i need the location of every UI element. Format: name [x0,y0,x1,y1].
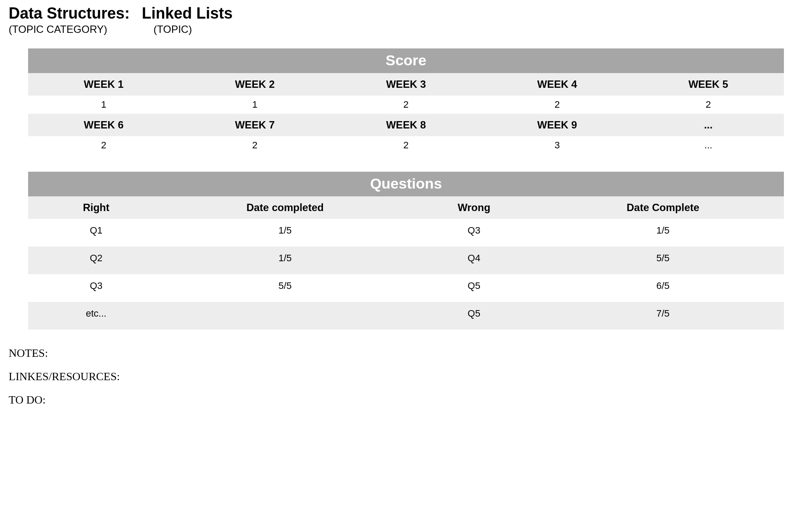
question-right: Q2 [28,247,164,274]
week-header: WEEK 5 [633,73,784,96]
question-date-wrong: 1/5 [542,219,784,247]
week-header: WEEK 7 [179,114,331,136]
score-value: 2 [179,136,331,154]
links-resources-label: LINKES/RESOURCES: [9,370,803,383]
question-date-wrong: 7/5 [542,302,784,330]
week-header: WEEK 4 [482,73,633,96]
score-weeks-row-1: WEEK 1 WEEK 2 WEEK 3 WEEK 4 WEEK 5 [28,73,784,96]
question-right: etc... [28,302,164,330]
score-weeks-row-2: WEEK 6 WEEK 7 WEEK 8 WEEK 9 ... [28,114,784,136]
question-date-right: 1/5 [164,247,406,274]
question-date-right: 1/5 [164,219,406,247]
question-right: Q1 [28,219,164,247]
week-header: WEEK 1 [28,73,179,96]
score-value: ... [633,136,784,154]
week-header: WEEK 6 [28,114,179,136]
question-row: etc... Q5 7/5 [28,302,784,330]
question-row: Q3 5/5 Q5 6/5 [28,274,784,302]
todo-label: TO DO: [9,394,803,407]
topic-title: Linked Lists [142,4,233,22]
week-header: ... [633,114,784,136]
question-date-wrong: 5/5 [542,247,784,274]
topic-category-title: Data Structures: [9,4,130,22]
score-value: 3 [482,136,633,154]
score-value: 1 [28,96,179,114]
questions-table-title: Questions [28,172,784,196]
score-value: 1 [179,96,331,114]
topic-category-label: (TOPIC CATEGORY) [9,23,153,35]
notes-label: NOTES: [9,347,803,360]
question-wrong: Q5 [406,302,542,330]
score-values-row-1: 1 1 2 2 2 [28,96,784,114]
column-header-wrong: Wrong [406,196,542,219]
column-header-right: Right [28,196,164,219]
question-wrong: Q5 [406,274,542,302]
questions-table: Questions Right Date completed Wrong Dat… [28,172,784,330]
column-header-date-completed: Date completed [164,196,406,219]
footer-labels: NOTES: LINKES/RESOURCES: TO DO: [9,347,803,407]
score-value: 2 [330,96,482,114]
score-values-row-2: 2 2 2 3 ... [28,136,784,154]
column-header-date-complete: Date Complete [542,196,784,219]
week-header: WEEK 3 [330,73,482,96]
question-date-wrong: 6/5 [542,274,784,302]
question-date-right [164,302,406,330]
question-wrong: Q3 [406,219,542,247]
page-header: Data Structures: Linked Lists (TOPIC CAT… [9,4,803,35]
question-row: Q2 1/5 Q4 5/5 [28,247,784,274]
topic-label: (TOPIC) [153,23,192,35]
week-header: WEEK 8 [330,114,482,136]
score-value: 2 [482,96,633,114]
score-table: Score WEEK 1 WEEK 2 WEEK 3 WEEK 4 WEEK 5… [28,48,784,154]
question-right: Q3 [28,274,164,302]
score-value: 2 [633,96,784,114]
title-line: Data Structures: Linked Lists [9,4,803,22]
score-value: 2 [28,136,179,154]
subtitle-line: (TOPIC CATEGORY) (TOPIC) [9,23,803,35]
week-header: WEEK 9 [482,114,633,136]
score-table-title: Score [28,48,784,73]
question-date-right: 5/5 [164,274,406,302]
week-header: WEEK 2 [179,73,331,96]
score-value: 2 [330,136,482,154]
question-wrong: Q4 [406,247,542,274]
questions-header-row: Right Date completed Wrong Date Complete [28,196,784,219]
question-row: Q1 1/5 Q3 1/5 [28,219,784,247]
